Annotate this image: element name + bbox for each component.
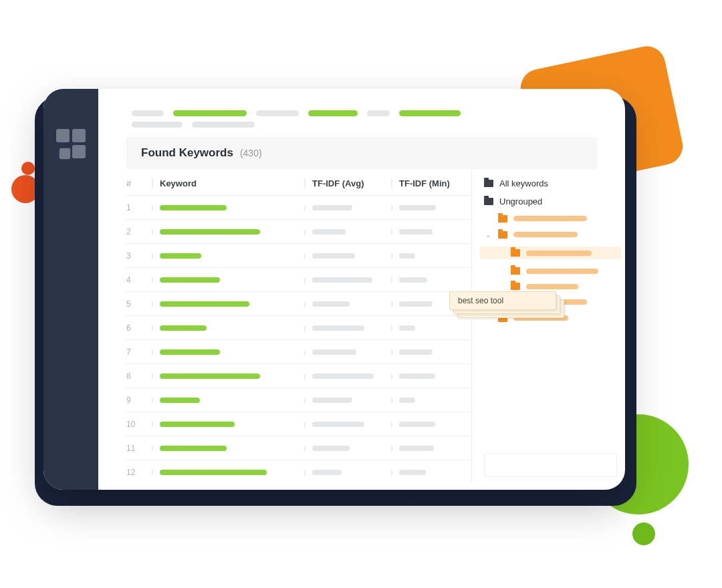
folder-icon xyxy=(498,215,507,223)
cell-tfidf-avg xyxy=(304,398,391,403)
breadcrumb-segment[interactable] xyxy=(173,110,247,116)
group-item[interactable]: ⌄ xyxy=(484,231,617,239)
group-label-placeholder xyxy=(526,251,592,256)
folder-icon xyxy=(484,198,493,205)
cell-keyword xyxy=(152,349,304,355)
main-panel: Found Keywords (430) # Keyword TF-IDF (A… xyxy=(98,89,625,490)
table-row[interactable]: 4 xyxy=(126,267,471,291)
group-item[interactable] xyxy=(480,247,621,259)
table-row[interactable]: 2 xyxy=(126,219,471,243)
group-item[interactable] xyxy=(484,283,617,290)
table-row[interactable]: 11 xyxy=(126,436,471,460)
breadcrumb-segment[interactable] xyxy=(399,110,461,116)
cell-tfidf-min xyxy=(391,205,471,210)
cell-tfidf-min xyxy=(391,374,471,379)
cell-tfidf-avg xyxy=(304,205,391,210)
app-logo-icon xyxy=(56,129,86,158)
col-header-keyword[interactable]: Keyword xyxy=(152,178,304,188)
cell-tfidf-min xyxy=(391,229,471,235)
folder-icon xyxy=(498,231,507,239)
table-row[interactable]: 8 xyxy=(126,363,471,388)
folder-icon xyxy=(484,180,493,187)
keywords-table: # Keyword TF-IDF (Avg) TF-IDF (Min) 1234… xyxy=(126,169,471,484)
table-row[interactable]: 1 xyxy=(126,195,471,219)
table-row[interactable]: 9 xyxy=(126,388,471,412)
breadcrumb xyxy=(98,110,625,116)
cell-keyword xyxy=(152,277,304,283)
cell-tfidf-avg xyxy=(304,229,391,235)
row-number: 7 xyxy=(126,347,152,357)
breadcrumb-segment[interactable] xyxy=(132,110,164,116)
panel-header: Found Keywords (430) xyxy=(126,137,597,169)
table-row[interactable]: 12 xyxy=(126,460,471,484)
breadcrumb-segment[interactable] xyxy=(308,110,358,116)
table-row[interactable]: 6 xyxy=(126,315,471,339)
cell-tfidf-avg xyxy=(304,253,391,259)
panel-count: (430) xyxy=(240,148,262,158)
cell-keyword xyxy=(152,446,304,451)
nav-sidebar xyxy=(43,89,98,490)
col-header-tfidf-min[interactable]: TF-IDF (Min) xyxy=(391,178,471,188)
row-number: 8 xyxy=(126,372,152,381)
table-row[interactable]: 7 xyxy=(126,339,471,363)
row-number: 5 xyxy=(126,299,152,309)
chevron-down-icon[interactable]: ⌄ xyxy=(484,231,492,239)
cell-tfidf-min xyxy=(391,398,471,403)
cell-tfidf-avg xyxy=(304,470,391,475)
row-number: 4 xyxy=(126,275,152,285)
row-number: 3 xyxy=(126,251,152,261)
breadcrumb-segment[interactable] xyxy=(367,110,390,116)
cell-keyword xyxy=(152,253,304,259)
cell-tfidf-min xyxy=(391,422,471,427)
folder-icon xyxy=(511,267,520,275)
row-number: 6 xyxy=(126,323,152,333)
row-number: 1 xyxy=(126,203,152,212)
table-header: # Keyword TF-IDF (Avg) TF-IDF (Min) xyxy=(126,169,471,195)
folder-icon xyxy=(511,283,520,290)
cell-tfidf-avg xyxy=(304,422,391,427)
decorative-dot-red-small xyxy=(21,162,35,175)
group-item[interactable] xyxy=(484,267,617,275)
row-number: 11 xyxy=(126,444,152,453)
cell-keyword xyxy=(152,422,304,427)
breadcrumb-segment[interactable] xyxy=(256,110,299,116)
col-header-num: # xyxy=(126,178,152,188)
row-number: 10 xyxy=(126,420,152,429)
cell-keyword xyxy=(152,205,304,210)
cell-tfidf-min xyxy=(391,470,471,475)
tooltip-text: best seo tool xyxy=(458,296,503,305)
decorative-dot-green xyxy=(632,523,655,545)
group-label-placeholder xyxy=(513,232,578,237)
group-label-placeholder xyxy=(526,269,598,274)
group-ungrouped[interactable]: Ungrouped xyxy=(484,196,617,206)
table-row[interactable]: 3 xyxy=(126,243,471,267)
group-label-placeholder xyxy=(526,284,578,289)
cell-tfidf-min xyxy=(391,325,471,331)
cell-keyword xyxy=(152,374,304,379)
cell-tfidf-min xyxy=(391,446,471,451)
app-window: Found Keywords (430) # Keyword TF-IDF (A… xyxy=(43,89,625,490)
cell-keyword xyxy=(152,398,304,403)
groups-footer-input[interactable] xyxy=(484,453,617,477)
row-number: 12 xyxy=(126,468,152,477)
cell-tfidf-avg xyxy=(304,277,391,283)
breadcrumb-segment xyxy=(132,122,183,128)
group-label: Ungrouped xyxy=(499,196,542,206)
cell-tfidf-avg xyxy=(304,325,391,331)
cell-keyword xyxy=(152,470,304,475)
group-all-keywords[interactable]: All keywords xyxy=(484,178,617,188)
cell-tfidf-avg xyxy=(304,374,391,379)
table-row[interactable]: 10 xyxy=(126,412,471,436)
cell-tfidf-min xyxy=(391,349,471,355)
col-header-tfidf-avg[interactable]: TF-IDF (Avg) xyxy=(304,178,391,188)
group-label-placeholder xyxy=(513,216,587,221)
group-item[interactable] xyxy=(484,214,617,223)
breadcrumb-segment xyxy=(192,122,255,128)
group-label: All keywords xyxy=(499,178,548,188)
tooltip: best seo tool xyxy=(449,291,556,310)
cell-tfidf-min xyxy=(391,253,471,259)
folder-icon xyxy=(511,249,520,257)
table-row[interactable]: 5 xyxy=(126,291,471,315)
cell-tfidf-avg xyxy=(304,349,391,355)
panel-title: Found Keywords xyxy=(141,146,233,160)
